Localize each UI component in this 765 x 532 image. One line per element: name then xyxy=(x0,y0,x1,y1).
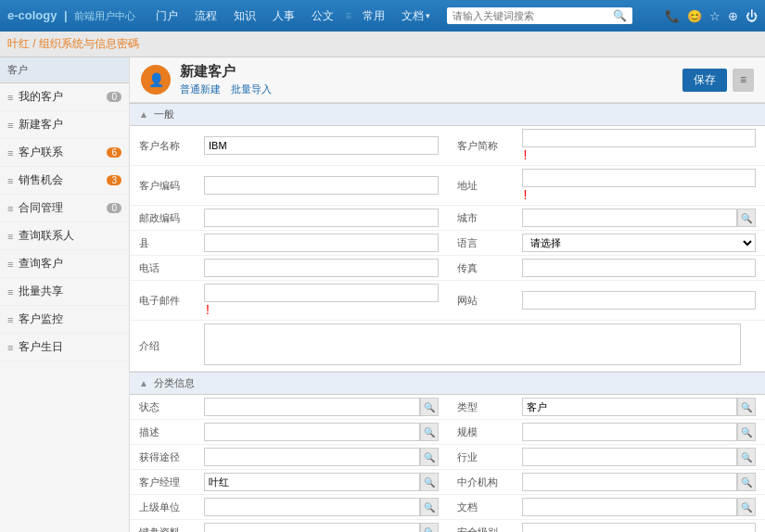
user-icon[interactable]: 😊 xyxy=(687,9,702,23)
obtain-way-input[interactable] xyxy=(204,448,420,466)
nav-knowledge[interactable]: 知识 xyxy=(226,6,263,26)
field-email: 电子邮件 ! xyxy=(130,281,448,321)
key-info-input[interactable] xyxy=(204,523,420,532)
global-search-bar[interactable]: 🔍 xyxy=(447,7,632,24)
phone-icon[interactable]: 📞 xyxy=(665,9,680,23)
description-search-btn[interactable]: 🔍 xyxy=(420,423,439,441)
nav-portal[interactable]: 门户 xyxy=(148,6,185,26)
customer-code-input[interactable] xyxy=(204,176,439,195)
action-normal-new[interactable]: 普通新建 xyxy=(180,83,221,95)
intro-textarea[interactable] xyxy=(204,323,741,365)
postal-code-input[interactable] xyxy=(204,209,439,227)
city-search-btn[interactable]: 🔍 xyxy=(737,209,756,227)
fax-input[interactable] xyxy=(522,259,757,277)
obtain-search-btn[interactable]: 🔍 xyxy=(420,448,439,466)
parent-unit-search-btn[interactable]: 🔍 xyxy=(420,498,439,516)
document-input[interactable] xyxy=(522,498,738,516)
list-icon: ≡ xyxy=(7,92,13,103)
label-county: 县 xyxy=(139,236,204,250)
search-input[interactable] xyxy=(453,10,613,21)
city-input[interactable] xyxy=(522,209,738,227)
save-button[interactable]: 保存 xyxy=(682,69,727,92)
type-search-btn[interactable]: 🔍 xyxy=(737,398,756,416)
required-indicator: ! xyxy=(524,147,528,162)
nav-doc[interactable]: 公文 xyxy=(304,6,341,26)
sidebar-item-customer-contacts[interactable]: ≡ 客户联系 6 xyxy=(0,139,129,167)
input-customer-short-name: ! xyxy=(522,129,757,162)
label-description: 描述 xyxy=(139,425,204,439)
industry-search-btn[interactable]: 🔍 xyxy=(737,448,756,466)
sidebar-item-query-customers[interactable]: ≡ 查询客户 xyxy=(0,250,129,278)
county-input[interactable] xyxy=(204,234,439,252)
star-icon[interactable]: ☆ xyxy=(709,9,720,23)
description-input[interactable] xyxy=(204,423,420,441)
field-address: 地址 ! xyxy=(448,166,766,206)
parent-unit-input[interactable] xyxy=(204,498,420,516)
input-type: 🔍 xyxy=(522,398,757,416)
sales-manager-input[interactable] xyxy=(204,473,420,491)
section-general: ▲ 一般 xyxy=(130,103,765,126)
list-icon10: ≡ xyxy=(7,342,13,353)
email-input[interactable] xyxy=(204,284,439,302)
status-search-btn[interactable]: 🔍 xyxy=(420,398,439,416)
scale-input[interactable] xyxy=(522,423,738,441)
sidebar-item-my-customers[interactable]: ≡ 我的客户 0 xyxy=(0,83,129,111)
label-email: 电子邮件 xyxy=(139,294,204,308)
field-industry: 行业 ! 🔍 xyxy=(448,445,766,470)
type-input[interactable] xyxy=(522,398,738,416)
sales-manager-search-btn[interactable]: 🔍 xyxy=(420,473,439,491)
intermediary-search-btn[interactable]: 🔍 xyxy=(737,473,756,491)
content-area: 👤 新建客户 普通新建 批量导入 保存 ≡ ▲ 一般 xyxy=(130,57,765,532)
sidebar-item-batch-share[interactable]: ≡ 批量共享 xyxy=(0,278,129,306)
list-icon6: ≡ xyxy=(7,231,13,242)
label-phone: 电话 xyxy=(139,261,204,275)
section-toggle-classify[interactable]: ▲ xyxy=(139,378,148,388)
label-city: 城市 xyxy=(457,211,522,225)
address-input[interactable] xyxy=(522,169,757,187)
customer-name-input[interactable] xyxy=(204,136,439,155)
list-icon9: ≡ xyxy=(7,314,13,325)
action-batch-import[interactable]: 批量导入 xyxy=(231,83,272,95)
sidebar-item-sales-opportunity[interactable]: ≡ 销售机会 3 xyxy=(0,167,129,195)
key-info-search-btn[interactable]: 🔍 xyxy=(420,523,439,532)
label-status: 状态 xyxy=(139,400,204,414)
sidebar-item-customer-monitor[interactable]: ≡ 客户监控 xyxy=(0,306,129,334)
field-website: 网站 xyxy=(448,281,766,321)
menu-button[interactable]: ≡ xyxy=(733,69,754,92)
document-search-btn[interactable]: 🔍 xyxy=(737,498,756,516)
intermediary-input[interactable] xyxy=(522,473,738,491)
nav-file[interactable]: 文档 ▾ xyxy=(394,6,438,26)
website-input[interactable] xyxy=(522,291,757,310)
label-obtain-way: 获得途径 xyxy=(139,450,204,464)
nav-hr[interactable]: 人事 xyxy=(265,6,302,26)
industry-input[interactable] xyxy=(522,448,738,466)
input-status: ! 🔍 xyxy=(204,398,439,416)
language-select[interactable]: 请选择 xyxy=(522,234,757,252)
security-level-input[interactable] xyxy=(522,523,757,532)
nav-workflow[interactable]: 流程 xyxy=(187,6,224,26)
field-type: 类型 🔍 xyxy=(448,395,766,420)
scale-search-btn[interactable]: 🔍 xyxy=(737,423,756,441)
status-input[interactable] xyxy=(204,398,420,416)
settings-icon[interactable]: ⊕ xyxy=(728,9,738,23)
sidebar-item-contract[interactable]: ≡ 合同管理 0 xyxy=(0,195,129,222)
my-customers-count: 0 xyxy=(107,92,121,102)
input-security-level xyxy=(522,523,757,532)
input-fax xyxy=(522,259,757,277)
search-icon[interactable]: 🔍 xyxy=(613,9,627,22)
phone-input[interactable] xyxy=(204,259,439,277)
sidebar-item-new-customer[interactable]: ≡ 新建客户 xyxy=(0,111,129,139)
sidebar-item-query-contacts[interactable]: ≡ 查询联系人 xyxy=(0,222,129,250)
label-website: 网站 xyxy=(457,294,522,308)
power-icon[interactable]: ⏻ xyxy=(746,9,758,23)
field-status: 状态 ! 🔍 xyxy=(130,395,448,420)
section-toggle-general[interactable]: ▲ xyxy=(139,109,148,120)
secondary-navigation: 叶红 / 组织系统与信息密碼 xyxy=(0,32,765,57)
sidebar-item-customer-birthday[interactable]: ≡ 客户生日 xyxy=(0,334,129,361)
form-header-right: 保存 ≡ xyxy=(682,69,754,92)
nav-common[interactable]: 常用 xyxy=(355,6,392,26)
user-avatar: 👤 xyxy=(141,65,171,95)
sales-count: 3 xyxy=(107,175,121,185)
customer-short-name-input[interactable] xyxy=(522,129,757,147)
brand-logo: e-cology | 前端用户中心 xyxy=(7,8,135,23)
